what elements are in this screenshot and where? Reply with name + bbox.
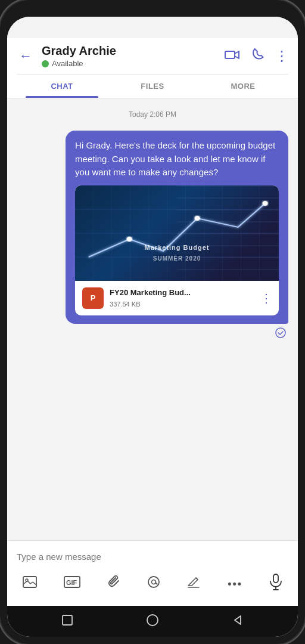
svg-point-12 [148,577,159,587]
microphone-icon[interactable] [266,571,286,596]
file-name: FY20 Marketing Bud... [110,287,254,299]
contact-info: Grady Archie Available [42,44,217,68]
file-size: 337.54 KB [110,299,254,309]
svg-rect-0 [225,51,235,58]
phone-frame: ← Grady Archie Available [0,0,305,644]
svg-rect-8 [23,577,36,587]
nav-home-icon[interactable] [146,614,159,630]
ppt-icon: P [82,287,104,309]
back-button[interactable]: ← [17,46,35,66]
attachment-info: P FY20 Marketing Bud... 337.54 KB ⋮ [75,281,279,315]
compose-area: GIF [7,540,298,606]
sent-message-bubble: Hi Grady. Here's the deck for the upcomi… [66,131,288,324]
tabs: CHAT FILES MORE [17,74,288,98]
attach-icon[interactable] [104,572,124,595]
message-timestamp: Today 2:06 PM [17,110,288,119]
file-more-button[interactable]: ⋮ [260,289,272,307]
attachment-subtitle: SUMMER 2020 [145,254,210,263]
header: ← Grady Archie Available [7,38,298,98]
contact-status: Available [42,59,217,68]
svg-point-5 [195,216,200,221]
svg-point-19 [147,615,158,626]
svg-marker-20 [235,616,241,624]
svg-rect-15 [273,574,278,583]
message-checkmark [275,327,286,340]
more-toolbar-icon[interactable]: ••• [224,575,246,593]
ppt-letter: P [91,292,96,304]
attachment-title: Marketing Budget [145,243,210,253]
more-options-button[interactable]: ⋮ [275,48,288,64]
compose-input[interactable] [17,548,288,565]
nav-square-icon[interactable] [61,614,73,629]
status-bar [7,17,298,38]
header-icons: ⋮ [225,48,288,64]
chart-svg [75,185,279,281]
contact-name: Grady Archie [42,44,217,58]
tab-more[interactable]: MORE [198,75,288,98]
svg-point-13 [151,580,155,584]
svg-point-7 [276,328,285,338]
tab-chat[interactable]: CHAT [17,75,107,98]
format-icon[interactable] [183,573,204,595]
video-call-button[interactable] [225,49,240,63]
status-text: Available [52,59,83,68]
svg-point-4 [127,237,132,242]
mention-icon[interactable] [144,573,164,595]
phone-call-button[interactable] [251,48,264,64]
chat-area: Today 2:06 PM Hi Grady. Here's the deck … [7,98,298,540]
svg-text:GIF: GIF [66,579,77,586]
attachment-overlay-label: Marketing Budget SUMMER 2020 [145,243,210,263]
gif-icon[interactable]: GIF [60,574,84,594]
toolbar: GIF [17,565,288,599]
image-icon[interactable] [19,574,41,594]
tab-files[interactable]: FILES [107,75,198,98]
attachment-preview: Marketing Budget SUMMER 2020 [75,185,279,281]
svg-point-6 [263,201,268,206]
navigation-bar [7,606,298,637]
status-dot-icon [42,60,49,67]
attachment-card: Marketing Budget SUMMER 2020 P FY20 Mark… [75,185,279,315]
svg-rect-18 [63,615,72,625]
phone-screen: ← Grady Archie Available [7,17,298,637]
file-details: FY20 Marketing Bud... 337.54 KB [110,287,254,309]
nav-back-icon[interactable] [232,614,244,629]
message-text: Hi Grady. Here's the deck for the upcomi… [75,140,275,177]
